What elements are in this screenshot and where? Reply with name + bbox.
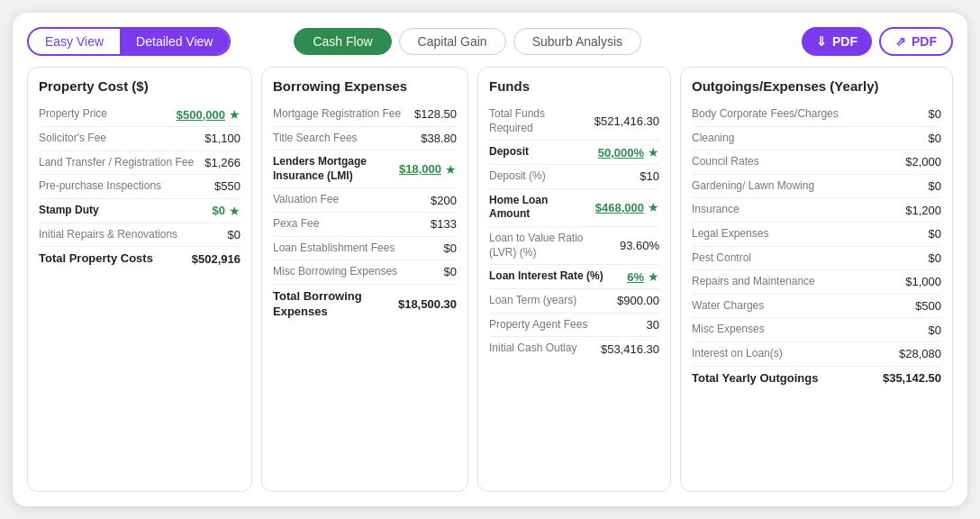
- land-transfer-value: $1,266: [204, 156, 240, 169]
- property-agent-value: 30: [647, 318, 659, 332]
- pdf-group: ⇓ PDF ⇗ PDF: [802, 27, 953, 56]
- lvr-label: Loan to Value Ratio (LVR) (%): [489, 232, 612, 260]
- deposit-star-icon: ★: [648, 145, 659, 159]
- valuation-fee-label: Valuation Fee: [273, 193, 423, 207]
- mortgage-reg-row: Mortgage Registration Fee $128.50: [273, 103, 457, 127]
- total-yearly-label: Total Yearly Outgoings: [692, 371, 876, 387]
- cleaning-label: Cleaning: [692, 132, 921, 146]
- title-search-label: Title Search Fees: [273, 132, 413, 146]
- pdf-button-1[interactable]: ⇓ PDF: [802, 27, 872, 56]
- total-borrowing-row: Total Borrowing Expenses $18,500.30: [273, 285, 457, 324]
- body-corporate-row: Body Corporate Fees/Charges $0: [692, 103, 941, 127]
- total-borrowing-value: $18,500.30: [398, 297, 457, 311]
- valuation-fee-row: Valuation Fee $200: [273, 188, 457, 213]
- property-cost-panel: Property Cost ($) Property Price $500,00…: [27, 67, 252, 492]
- interest-loan-label: Interest on Loan(s): [692, 347, 892, 361]
- council-rates-label: Council Rates: [692, 155, 898, 169]
- pest-control-value: $0: [929, 251, 941, 265]
- home-loan-label: Home Loan Amount: [489, 194, 588, 222]
- capital-gain-tab[interactable]: Capital Gain: [399, 28, 506, 55]
- misc-borrowing-row: Misc Borrowing Expenses $0: [273, 260, 457, 285]
- deposit-pct-label: Deposit (%): [489, 169, 632, 184]
- prepurchase-row: Pre-purchase Inspections $550: [39, 175, 240, 199]
- legal-expenses-row: Legal Expenses $0: [692, 223, 941, 247]
- easy-view-button[interactable]: Easy View: [29, 29, 120, 54]
- misc-expenses-label: Misc Expenses: [692, 323, 921, 337]
- total-property-costs-row: Total Property Costs $502,916: [39, 247, 240, 271]
- property-cost-title: Property Cost ($): [39, 78, 240, 94]
- stamp-duty-label: Stamp Duty: [39, 204, 205, 218]
- pest-control-label: Pest Control: [692, 251, 921, 266]
- water-charges-label: Water Charges: [692, 299, 908, 314]
- property-price-value-group: $500,000 ★: [177, 107, 240, 122]
- header: Easy View Detailed View Cash Flow Capita…: [27, 27, 953, 56]
- valuation-fee-value: $200: [431, 194, 457, 207]
- property-price-label: Property Price: [39, 107, 169, 122]
- cashflow-tab[interactable]: Cash Flow: [294, 28, 391, 55]
- home-loan-value-group: $468,000 ★: [595, 200, 659, 214]
- property-price-value: $500,000: [177, 108, 225, 122]
- tab-group: Cash Flow Capital Gain Suburb Analysis: [294, 28, 641, 55]
- water-charges-row: Water Charges $500: [692, 295, 941, 319]
- repairs-row: Repairs and Maintenance $1,000: [692, 270, 941, 295]
- borrowing-title: Borrowing Expenses: [273, 78, 457, 94]
- property-agent-label: Property Agent Fees: [489, 318, 640, 332]
- prepurchase-label: Pre-purchase Inspections: [39, 179, 207, 194]
- lmi-star-icon: ★: [445, 162, 457, 177]
- lmi-label: Lenders Mortgage Insurance (LMI): [273, 155, 392, 183]
- funds-panel: Funds Total Funds Required $521,416.30 D…: [477, 67, 671, 492]
- land-transfer-label: Land Transfer / Registration Fee: [39, 156, 197, 170]
- stamp-duty-star-icon: ★: [229, 204, 240, 218]
- title-search-row: Title Search Fees $38.80: [273, 127, 457, 151]
- initial-cash-value: $53,416.30: [601, 342, 659, 356]
- content-area: Property Cost ($) Property Price $500,00…: [27, 67, 953, 492]
- misc-expenses-value: $0: [929, 323, 941, 337]
- solicitors-fee-label: Solicitor's Fee: [39, 132, 197, 146]
- interest-rate-row: Loan Interest Rate (%) 6% ★: [489, 265, 659, 289]
- body-corporate-label: Body Corporate Fees/Charges: [692, 107, 921, 122]
- deposit-row: Deposit 50,000% ★: [489, 141, 659, 165]
- pexa-fee-row: Pexa Fee $133: [273, 213, 457, 237]
- deposit-pct-value: $10: [640, 169, 659, 183]
- pdf-label-1: PDF: [832, 34, 858, 49]
- water-charges-value: $500: [915, 299, 941, 313]
- council-rates-row: Council Rates $2,000: [692, 150, 941, 175]
- suburb-analysis-tab[interactable]: Suburb Analysis: [513, 28, 641, 55]
- home-loan-row: Home Loan Amount $468,000 ★: [489, 189, 659, 227]
- pdf-button-2[interactable]: ⇗ PDF: [879, 27, 953, 56]
- pdf-label-2: PDF: [912, 34, 937, 49]
- total-funds-value: $521,416.30: [594, 114, 659, 128]
- detailed-view-button[interactable]: Detailed View: [120, 29, 229, 54]
- initial-cash-label: Initial Cash Outlay: [489, 341, 594, 356]
- total-funds-row: Total Funds Required $521,416.30: [489, 103, 659, 141]
- loan-establishment-row: Loan Establishment Fees $0: [273, 237, 457, 261]
- deposit-value: 50,000%: [598, 146, 644, 159]
- deposit-label: Deposit: [489, 145, 591, 159]
- solicitors-fee-value: $1,100: [204, 132, 240, 145]
- lvr-value: 93.60%: [620, 239, 659, 252]
- mortgage-reg-value: $128.50: [414, 107, 457, 121]
- initial-repairs-value: $0: [228, 228, 240, 241]
- repairs-value: $1,000: [905, 275, 941, 288]
- prepurchase-value: $550: [214, 179, 240, 193]
- title-search-value: $38.80: [421, 132, 457, 145]
- legal-expenses-value: $0: [929, 227, 941, 241]
- interest-rate-value: 6%: [627, 270, 644, 284]
- solicitors-fee-row: Solicitor's Fee $1,100: [39, 127, 240, 151]
- insurance-row: Insurance $1,200: [692, 198, 941, 223]
- total-yearly-value: $35,142.50: [883, 371, 941, 385]
- interest-loan-row: Interest on Loan(s) $28,080: [692, 342, 941, 367]
- outgoings-title: Outgoings/Expenses (Yearly): [692, 78, 941, 94]
- lmi-row: Lenders Mortgage Insurance (LMI) $18,000…: [273, 150, 457, 188]
- property-price-star-icon: ★: [229, 107, 240, 122]
- deposit-pct-row: Deposit (%) $10: [489, 165, 659, 189]
- cleaning-row: Cleaning $0: [692, 127, 941, 151]
- property-agent-row: Property Agent Fees 30: [489, 314, 659, 338]
- misc-borrowing-value: $0: [444, 265, 457, 278]
- home-loan-value: $468,000: [595, 201, 644, 214]
- lmi-value-group: $18,000 ★: [399, 162, 457, 177]
- lmi-value: $18,000: [399, 162, 441, 176]
- property-price-row: Property Price $500,000 ★: [39, 103, 240, 127]
- lvr-row: Loan to Value Ratio (LVR) (%) 93.60%: [489, 227, 659, 265]
- gardening-label: Gardening/ Lawn Mowing: [692, 179, 921, 194]
